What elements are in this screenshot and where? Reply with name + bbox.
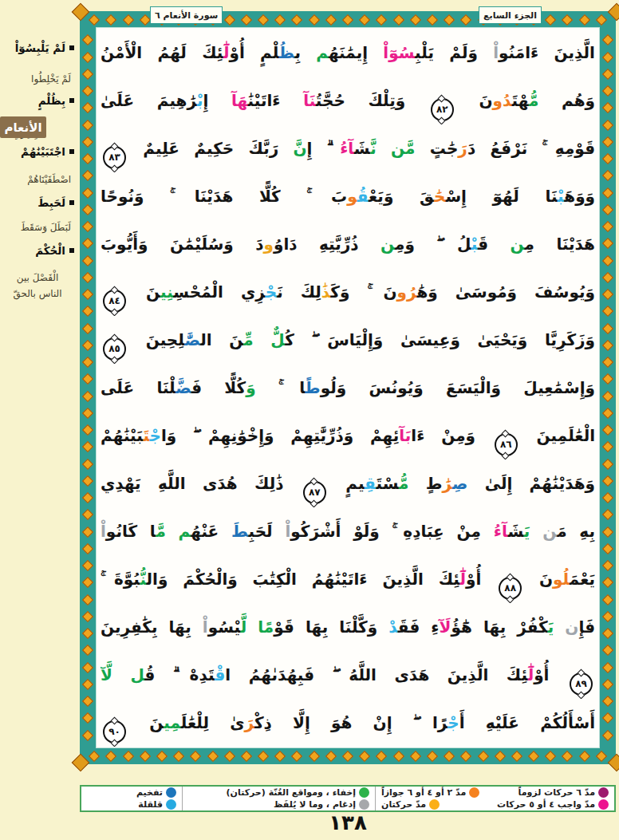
tajweed-segment: نَّ xyxy=(294,139,307,158)
tajweed-segment: ذَٰ xyxy=(321,282,331,302)
quran-line: وَهُم مُّهْتَدُونَ ٨٢ وَتِلْكَ حُجَّتُنَ… xyxy=(101,77,595,124)
border-ornament-diamond xyxy=(82,153,93,164)
border-ornament-diamond xyxy=(309,14,320,25)
tajweed-segment: مِي xyxy=(164,713,181,732)
border-ornament-diamond xyxy=(258,14,269,25)
border-ornament-diamond xyxy=(602,102,613,113)
tajweed-legend: مدّ ٦ حركات لزوماًمدّ ٢ أو ٤ أو ٦ جوازاً… xyxy=(80,785,616,812)
border-ornament-diamond xyxy=(122,14,133,25)
border-ornament-diamond xyxy=(82,509,93,520)
tajweed-segment: ۗ إِ xyxy=(307,139,341,158)
border-ornament-diamond xyxy=(105,14,116,25)
tajweed-segment: الْعَٰلَمِينَ xyxy=(520,426,595,445)
border-ornament-diamond xyxy=(122,750,133,761)
border-ornament-diamond xyxy=(602,272,613,283)
border-ornament-diamond xyxy=(258,750,269,761)
border-ornament-diamond xyxy=(602,492,613,503)
tajweed-segment: لِكَ نَ xyxy=(277,282,321,302)
border-ornament-diamond xyxy=(82,543,93,554)
border-ornament-diamond xyxy=(602,322,613,333)
border-ornament-diamond xyxy=(241,14,252,25)
legend-color-dot xyxy=(429,799,440,810)
border-ornament-diamond xyxy=(602,306,613,317)
border-ornament-diamond xyxy=(342,14,353,25)
legend-color-dot xyxy=(469,787,479,798)
border-ornament-diamond xyxy=(460,14,471,25)
border-ornament-diamond xyxy=(602,340,613,351)
margin-note-word: بِظُلْمٍ xyxy=(38,94,74,107)
border-ornament-diamond xyxy=(602,153,613,164)
tajweed-segment: زِي الْمُحْسِ xyxy=(173,282,265,302)
border-ornament-diamond xyxy=(82,696,93,707)
square-bullet-icon xyxy=(69,200,74,205)
legend-cell: قلقلة xyxy=(81,799,182,810)
tajweed-segment: أُوْ xyxy=(534,665,567,684)
legend-color-dot xyxy=(359,787,369,798)
border-ornament-diamond xyxy=(602,560,613,571)
quran-line: وَهَدَيْنَٰهُمْ إِلَىٰ صِرَٰطٍ مُّسْتَقِ… xyxy=(101,459,595,507)
tajweed-segment: دُو xyxy=(493,91,512,110)
border-ornament-diamond xyxy=(82,170,93,181)
tajweed-segment: بَآ xyxy=(399,426,411,445)
border-ornament-diamond xyxy=(427,14,438,25)
border-ornament-diamond xyxy=(602,408,613,419)
quran-line: الْعَٰلَمِينَ ٨٦ وَمِنْ ءَابَآئِهِمْ وَذ… xyxy=(101,412,595,459)
legend-label: مدّ ٦ حركات لزوماً xyxy=(518,787,595,798)
legend-label: تفخيم xyxy=(136,787,163,798)
legend-cell: إدغام ، وما لا يُلفَظ xyxy=(182,799,375,810)
border-ornament-diamond xyxy=(602,204,613,215)
border-ornament-diamond xyxy=(82,679,93,690)
tajweed-segment: رُو xyxy=(397,282,417,302)
tajweed-segment: لْمٍ أُوْ xyxy=(229,43,278,62)
border-ornament-diamond xyxy=(427,750,438,761)
border-ornament-diamond xyxy=(309,750,320,761)
tajweed-segment: لِحِينَ xyxy=(128,330,184,349)
border-ornament-diamond xyxy=(105,750,116,761)
tajweed-segment: آءُ xyxy=(340,139,354,158)
tajweed-segment: جْ xyxy=(447,713,459,732)
tajweed-segment: م مَّ xyxy=(156,522,191,541)
border-ornament-diamond xyxy=(359,750,370,761)
border-ornament-diamond xyxy=(82,34,93,45)
tajweed-segment: ئِهِمْ وَذُرِّيَّٰتِهِمْ وَإِخْوَٰنِهِمْ… xyxy=(161,426,399,445)
border-ornament-diamond xyxy=(82,322,93,333)
border-ornament-diamond xyxy=(528,750,539,761)
quran-line: قَوْمِهِ ۚ نَرْفَعُ دَرَجَٰتٍ مَّن نَّشَ… xyxy=(101,124,595,172)
tajweed-segment: ظُ xyxy=(279,43,294,62)
border-ornament-diamond xyxy=(602,51,613,62)
frame-ornament-bottom xyxy=(81,749,614,763)
border-ornament-diamond xyxy=(602,85,613,97)
border-ornament-diamond xyxy=(82,458,93,469)
legend-color-dot xyxy=(359,799,369,810)
tajweed-segment: وَلَمْ يَلْبِ xyxy=(415,43,493,62)
border-ornament-diamond xyxy=(376,750,387,761)
border-ornament-diamond xyxy=(156,750,168,761)
tajweed-segment: هْتَ xyxy=(512,91,529,110)
tajweed-segment: آءُ xyxy=(494,522,508,541)
tajweed-segment: جْ xyxy=(266,282,277,302)
border-ornament-diamond xyxy=(82,51,93,62)
tajweed-segment: قْ xyxy=(215,665,225,684)
border-ornament-diamond xyxy=(82,221,93,232)
border-ornament-diamond xyxy=(241,750,252,761)
tajweed-segment: وَيُوسُفَ وَمُوسَىٰ وَهَٰ xyxy=(416,282,595,302)
quran-line: بِهِ مَن يَشَآءُ مِنْ عِبَادِهِ ۚ وَلَوْ… xyxy=(101,507,595,555)
border-ornament-diamond xyxy=(562,14,573,25)
border-ornament-diamond xyxy=(89,14,100,25)
tajweed-segment: لَحَبِ xyxy=(249,522,286,541)
tajweed-segment: وَكَّلْنَا بِهَا قَوْ xyxy=(274,617,388,637)
quran-line: هَدَيْنَا مِن قَبْلُ ۖ وَمِن ذُرِّيَّتِه… xyxy=(101,220,595,268)
border-ornament-diamond xyxy=(602,526,613,537)
tajweed-segment: طٍ xyxy=(408,474,442,493)
tajweed-segment: رَٰهِيمَ عَلَىٰ xyxy=(101,91,197,110)
border-ornament-diamond xyxy=(342,750,353,761)
border-ornament-diamond xyxy=(82,408,93,419)
tajweed-segment: مُّ xyxy=(529,91,538,110)
tajweed-segment: فَإِ xyxy=(578,617,595,637)
verse-number-medallion: ٩٠ xyxy=(103,720,126,743)
border-ornament-diamond xyxy=(602,509,613,520)
tajweed-segment: قِ xyxy=(365,474,376,493)
frame-ornament-right xyxy=(601,27,615,748)
legend-label: مدّ ٢ أو ٤ أو ٦ جوازاً xyxy=(381,787,466,798)
legend-item: إخفاء ، ومواقع الغُنّة (حركتان) xyxy=(227,787,369,798)
